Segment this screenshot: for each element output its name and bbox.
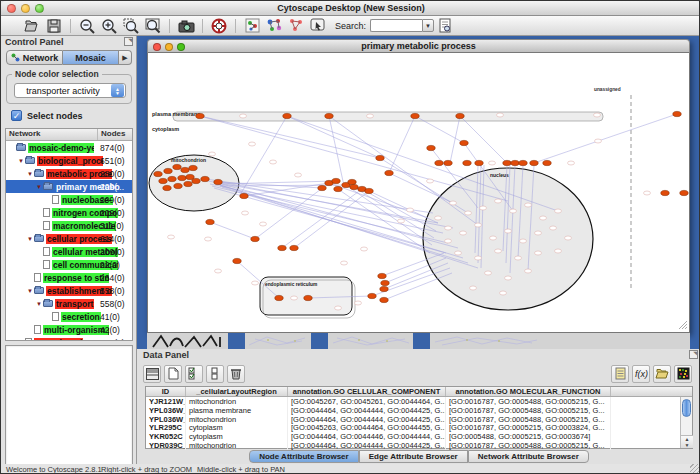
column-header[interactable]: ID (146, 387, 186, 396)
window-resize-grip[interactable] (690, 464, 700, 474)
network-node[interactable] (380, 286, 388, 291)
tree-row[interactable]: ▼cellular process614(0) (6, 232, 132, 245)
network-node[interactable] (174, 183, 182, 188)
table-row[interactable]: YDR039C__1mitochondrion[GO:0044464, GO:0… (146, 441, 692, 450)
float-panel-icon[interactable] (689, 350, 698, 359)
new-attribute-icon[interactable] (164, 365, 182, 383)
column-header[interactable]: annotation.GO CELLULAR_COMPONENT (288, 387, 446, 396)
network-node[interactable] (365, 188, 373, 193)
network-node[interactable] (240, 193, 248, 198)
zoom-fit-icon[interactable] (144, 18, 162, 34)
tree-row[interactable]: ▼transport558(0) (6, 297, 132, 310)
network-node[interactable] (368, 293, 376, 298)
network-node[interactable] (385, 170, 393, 175)
table-row[interactable]: YPL036W__2plasma membrane[GO:0044464, GO… (146, 406, 692, 415)
network-node[interactable] (381, 280, 389, 285)
zoom-out-icon[interactable] (78, 18, 96, 34)
network-node[interactable] (435, 160, 443, 165)
network-node[interactable] (283, 113, 291, 118)
zoom-selected-region-icon[interactable] (122, 18, 140, 34)
network-node[interactable] (304, 295, 312, 300)
network-node[interactable] (168, 176, 176, 181)
tab-node-attribute-browser[interactable]: Node Attribute Browser (249, 450, 359, 463)
network-node[interactable] (206, 219, 214, 224)
network-node[interactable] (192, 178, 200, 183)
network-canvas[interactable]: plasma membrane cytoplasm mitochondrion … (147, 53, 690, 333)
tree-row[interactable]: cellular metabol209(0) (6, 245, 132, 258)
network-node[interactable] (334, 186, 342, 191)
help-lifebuoy-icon[interactable] (210, 18, 228, 34)
import-attributes-icon[interactable] (653, 365, 671, 383)
network-node[interactable] (184, 181, 192, 186)
network-node[interactable] (318, 185, 326, 190)
network-node[interactable] (164, 168, 172, 173)
search-input[interactable] (370, 19, 422, 32)
network-node[interactable] (325, 113, 333, 118)
network-node[interactable] (475, 160, 483, 165)
network-node[interactable] (411, 113, 419, 118)
network-node[interactable] (378, 273, 386, 278)
zoom-in-icon[interactable] (100, 18, 118, 34)
tree-row[interactable]: nucleobase-209(0) (6, 193, 132, 206)
table-row[interactable]: YKR052Ccytoplasm[GO:0044464, GO:0044446,… (146, 432, 692, 441)
attribute-select-icon[interactable] (143, 365, 161, 383)
notes-icon[interactable] (611, 365, 629, 383)
network-node[interactable] (348, 179, 356, 184)
expander-icon[interactable]: ▼ (26, 288, 34, 294)
tree-row[interactable]: cell communicat22(0) (6, 258, 132, 271)
expander-icon[interactable]: ▼ (35, 184, 43, 190)
network-node[interactable] (196, 113, 204, 118)
network-overview-icon[interactable] (243, 18, 261, 34)
network-node[interactable] (290, 245, 298, 250)
tab-edge-attribute-browser[interactable]: Edge Attribute Browser (359, 450, 468, 463)
select-mode-icon[interactable] (309, 18, 327, 34)
tab-mosaic[interactable]: Mosaic (63, 50, 119, 65)
column-header[interactable]: _cellularLayoutRegion (186, 387, 288, 396)
canvas-resize-grip[interactable] (679, 321, 687, 329)
advanced-search-icon[interactable] (436, 18, 454, 34)
tree-row[interactable]: macromolecule311(0) (6, 219, 132, 232)
network-node[interactable] (278, 245, 286, 250)
network-node[interactable] (233, 258, 241, 263)
network-node[interactable] (456, 113, 464, 118)
filter-network-icon[interactable] (287, 18, 305, 34)
network-node[interactable] (376, 155, 384, 160)
tree-row[interactable]: unassigned223(0) (6, 336, 132, 341)
expander-icon[interactable]: ▼ (35, 301, 43, 307)
network-node[interactable] (503, 160, 511, 165)
network-node[interactable] (511, 160, 519, 165)
network-node[interactable] (181, 167, 189, 172)
network-node[interactable] (444, 160, 452, 165)
table-scrollbar[interactable]: ▲▼ (680, 397, 692, 448)
column-header[interactable]: annotation.GO MOLECULAR_FUNCTION (446, 387, 611, 396)
expander-icon[interactable]: ▼ (26, 236, 34, 242)
network-node[interactable] (519, 160, 527, 165)
table-row[interactable]: YJR121W__1mitochondrion[GO:0045267, GO:0… (146, 397, 692, 406)
network-node[interactable] (427, 145, 435, 150)
network-node[interactable] (673, 111, 681, 116)
network-window-titlebar[interactable]: primary metabolic process (147, 39, 690, 53)
network-node[interactable] (178, 175, 186, 180)
tree-row[interactable]: ▼metabolic process280(0) (6, 167, 132, 180)
snapshot-camera-icon[interactable] (177, 18, 195, 34)
expander-icon[interactable]: ▼ (17, 158, 25, 164)
float-panel-icon[interactable] (124, 37, 133, 46)
tree-row[interactable]: nitrogen compo209(0) (6, 206, 132, 219)
select-nodes-checkbox[interactable]: ✓ (11, 110, 22, 121)
network-node[interactable] (332, 178, 340, 183)
network-node[interactable] (543, 160, 551, 165)
network-node[interactable] (680, 190, 688, 195)
open-session-icon[interactable] (23, 18, 41, 34)
matrix-view-icon[interactable] (674, 365, 692, 383)
tree-row[interactable]: ▼biological_process651(0) (6, 154, 132, 167)
table-row[interactable]: YPL036W__1mitochondrion[GO:0044464, GO:0… (146, 415, 692, 424)
node-color-combo[interactable]: transporter activity ▲▼ (14, 83, 126, 98)
scrollbar-arrows-icon[interactable]: ▲▼ (681, 435, 693, 448)
birds-eye-view[interactable] (5, 345, 133, 474)
network-node[interactable] (530, 160, 538, 165)
tree-row[interactable]: response to stimulu264(0) (6, 271, 132, 284)
expander-icon[interactable]: ▼ (26, 171, 34, 177)
network-node[interactable] (189, 165, 197, 170)
tab-network-attribute-browser[interactable]: Network Attribute Browser (468, 450, 589, 463)
tree-row[interactable]: secretion41(0) (6, 310, 132, 323)
